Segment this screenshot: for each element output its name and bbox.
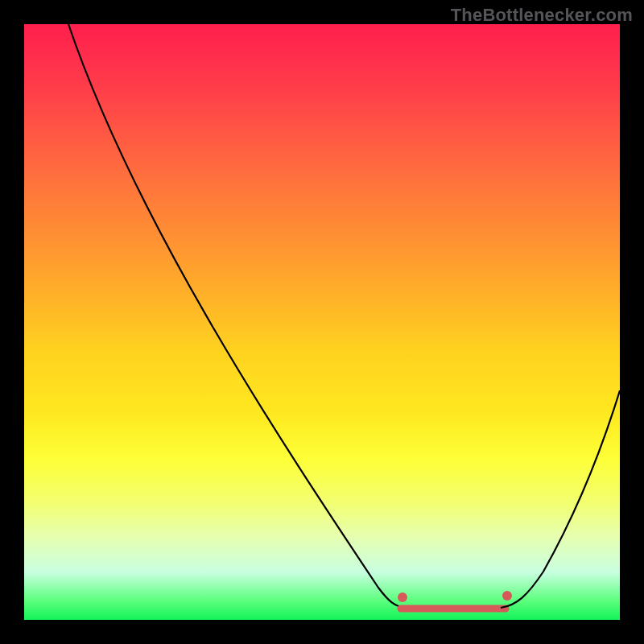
gradient-plot-area — [24, 24, 620, 620]
curve-layer — [24, 24, 620, 620]
chart-frame: TheBottlenecker.com — [0, 0, 644, 644]
watermark-text: TheBottlenecker.com — [451, 5, 633, 26]
trough-dot-left — [398, 592, 407, 602]
curve-left-branch — [68, 24, 407, 608]
trough-dot-right — [502, 591, 512, 601]
curve-right-branch — [501, 390, 620, 608]
